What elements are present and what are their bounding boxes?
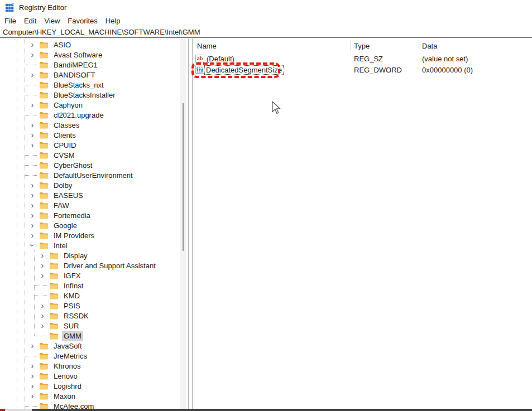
tree-item-cl2021-upgrade[interactable]: cl2021.upgrade	[0, 110, 181, 120]
menu-favorites[interactable]: Favorites	[68, 17, 97, 25]
tree-item-sur[interactable]: ›SUR	[0, 321, 181, 331]
tree-item-display[interactable]: ›Display	[0, 250, 181, 260]
tree-item-label: BandiMPEG1	[52, 60, 99, 70]
folder-icon	[39, 232, 49, 239]
tree-item-im-providers[interactable]: ›IM Providers	[0, 230, 181, 240]
folder-icon	[39, 91, 49, 99]
value-type: REG_SZ	[354, 55, 383, 63]
tree-scrollbar-thumb[interactable]	[183, 103, 184, 251]
tree-item-driver-and-support-assistant[interactable]: ›Driver and Support Assistant	[0, 260, 181, 270]
tree-item-bluestacksinstaller[interactable]: BlueStacksInstaller	[0, 90, 181, 100]
column-header-data[interactable]: Data	[422, 42, 437, 50]
tree-connector-dots	[25, 175, 37, 176]
chevron-right-icon[interactable]: ›	[28, 51, 37, 58]
chevron-right-icon[interactable]: ›	[28, 393, 37, 399]
tree-item-lenovo[interactable]: ›Lenovo	[0, 371, 181, 381]
pane-divider[interactable]	[188, 38, 193, 411]
tree-item-cyberghost[interactable]: CyberGhost	[0, 160, 181, 170]
tree-item-faw[interactable]: ›FAW	[0, 200, 181, 210]
tree-item-bandimpeg1[interactable]: BandiMPEG1	[0, 60, 181, 70]
tree-item-classes[interactable]: ›Classes	[0, 120, 181, 130]
tree-item-label: PSIS	[62, 301, 82, 311]
chevron-right-icon[interactable]: ›	[28, 362, 37, 369]
tree-item-gmm[interactable]: GMM	[0, 331, 181, 341]
chevron-right-icon[interactable]: ›	[38, 322, 47, 329]
folder-icon	[49, 252, 59, 259]
menu-file[interactable]: File	[4, 17, 16, 25]
column-header-name[interactable]: Name	[197, 42, 217, 50]
tree-item-cvsm[interactable]: CVSM	[0, 150, 181, 160]
tree-item-bluestacks-nxt[interactable]: BlueStacks_nxt	[0, 80, 181, 90]
tree-item-maxon[interactable]: ›Maxon	[0, 391, 181, 401]
chevron-down-icon[interactable]: ›	[29, 241, 36, 250]
tree-scrollbar[interactable]	[180, 38, 186, 411]
tree-item-label: BlueStacks_nxt	[52, 80, 106, 90]
tree-item-dolby[interactable]: ›Dolby	[0, 180, 181, 190]
chevron-right-icon[interactable]: ›	[28, 101, 37, 108]
tree-item-jremetrics[interactable]: JreMetrics	[0, 351, 181, 361]
chevron-right-icon[interactable]: ›	[28, 373, 37, 379]
chevron-right-icon[interactable]: ›	[28, 142, 37, 148]
folder-icon	[39, 342, 49, 350]
folder-icon	[39, 112, 49, 119]
tree-item-asio[interactable]: ›ASIO	[0, 40, 181, 50]
tree-item-khronos[interactable]: ›Khronos	[0, 361, 181, 371]
address-bar[interactable]: Computer\HKEY_LOCAL_MACHINE\SOFTWARE\Int…	[0, 27, 532, 38]
chevron-right-icon[interactable]: ›	[38, 312, 47, 319]
chevron-right-icon[interactable]: ›	[28, 192, 37, 199]
tree-item-label: SUR	[62, 321, 80, 331]
tree-item-javasoft[interactable]: ›JavaSoft	[0, 341, 181, 351]
chevron-right-icon[interactable]: ›	[28, 342, 37, 349]
menu-view[interactable]: View	[44, 17, 60, 25]
column-separator[interactable]	[419, 40, 419, 51]
chevron-right-icon[interactable]: ›	[28, 71, 37, 78]
tree-item-easeus[interactable]: ›EASEUS	[0, 190, 181, 200]
chevron-right-icon[interactable]: ›	[28, 41, 37, 48]
tree-connector-dots	[25, 65, 37, 65]
tree-item-clients[interactable]: ›Clients	[0, 130, 181, 140]
tree-item-kmd[interactable]: KMD	[0, 291, 181, 301]
chevron-right-icon[interactable]: ›	[38, 252, 47, 259]
tree-connector-dots	[25, 406, 37, 407]
chevron-right-icon[interactable]: ›	[28, 232, 37, 239]
tree-item-logishrd[interactable]: ›Logishrd	[0, 381, 181, 391]
chevron-right-icon[interactable]: ›	[28, 212, 37, 219]
tree-connector-dots	[25, 85, 37, 85]
tree-item-label: DefaultUserEnvironment	[52, 171, 135, 180]
tree-item-label: BANDISOFT	[52, 70, 97, 80]
column-separator[interactable]	[350, 40, 351, 51]
chevron-right-icon[interactable]: ›	[28, 202, 37, 209]
tree-item-igfx[interactable]: ›IGFX	[0, 270, 181, 281]
column-header-type[interactable]: Type	[354, 42, 370, 50]
tree-item-rssdk[interactable]: ›RSSDK	[0, 311, 181, 321]
chevron-right-icon[interactable]: ›	[28, 222, 37, 229]
folder-icon	[39, 172, 49, 179]
menu-edit[interactable]: Edit	[24, 17, 36, 25]
menu-help[interactable]: Help	[106, 17, 121, 25]
tree-item-label: CyberGhost	[52, 161, 94, 170]
chevron-right-icon[interactable]: ›	[28, 122, 37, 128]
folder-icon	[39, 81, 49, 89]
tree-item-label: Driver and Support Assistant	[62, 261, 157, 270]
chevron-right-icon[interactable]: ›	[38, 262, 47, 269]
tree-item-fortemedia[interactable]: ›Fortemedia	[0, 210, 181, 220]
tree-item-intel[interactable]: ›Intel	[0, 240, 181, 250]
folder-icon	[39, 373, 49, 380]
tree-item-label: KMD	[62, 291, 82, 301]
tree-item-google[interactable]: ›Google	[0, 220, 181, 230]
tree-item-label: Clients	[52, 130, 78, 140]
tree-item-psis[interactable]: ›PSIS	[0, 301, 181, 311]
tree-item-bandisoft[interactable]: ›BANDISOFT	[0, 70, 181, 80]
tree-item-infinst[interactable]: InfInst	[0, 281, 181, 291]
chevron-right-icon[interactable]: ›	[28, 182, 37, 188]
tree-item-avast-software[interactable]: ›Avast Software	[0, 50, 181, 60]
folder-icon	[39, 61, 49, 69]
folder-icon	[39, 202, 49, 209]
chevron-right-icon[interactable]: ›	[38, 302, 47, 309]
tree-item-caphyon[interactable]: ›Caphyon	[0, 100, 181, 110]
tree-item-defaultuserenvironment[interactable]: DefaultUserEnvironment	[0, 170, 181, 180]
tree-item-cpuid[interactable]: ›CPUID	[0, 140, 181, 150]
chevron-right-icon[interactable]: ›	[28, 132, 37, 138]
chevron-right-icon[interactable]: ›	[38, 272, 47, 279]
chevron-right-icon[interactable]: ›	[28, 383, 37, 389]
